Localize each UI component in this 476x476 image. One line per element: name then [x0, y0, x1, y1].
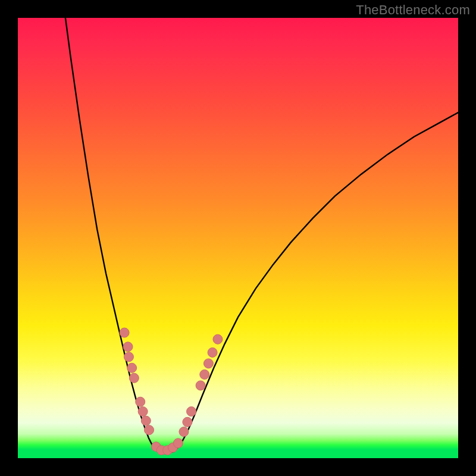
chart-frame: TheBottleneck.com	[0, 0, 476, 476]
watermark-text: TheBottleneck.com	[356, 2, 470, 18]
data-marker	[124, 352, 133, 362]
data-marker	[145, 425, 154, 435]
data-marker	[141, 416, 151, 425]
plot-svg	[18, 18, 458, 458]
data-marker	[129, 373, 139, 383]
data-marker	[179, 427, 189, 437]
marker-layer	[120, 328, 223, 455]
data-marker	[208, 347, 217, 357]
data-marker	[136, 397, 145, 406]
data-marker	[173, 439, 183, 448]
data-marker	[200, 369, 209, 379]
data-marker	[138, 407, 148, 416]
data-marker	[196, 381, 205, 390]
plot-area	[18, 18, 458, 458]
data-marker	[203, 359, 213, 368]
data-marker	[213, 334, 223, 344]
data-marker	[120, 328, 129, 337]
data-marker	[183, 417, 192, 427]
curve-layer	[65, 18, 458, 452]
data-marker	[123, 342, 133, 352]
data-marker	[187, 407, 196, 416]
data-marker	[127, 363, 137, 372]
bottleneck-curve	[65, 18, 458, 452]
